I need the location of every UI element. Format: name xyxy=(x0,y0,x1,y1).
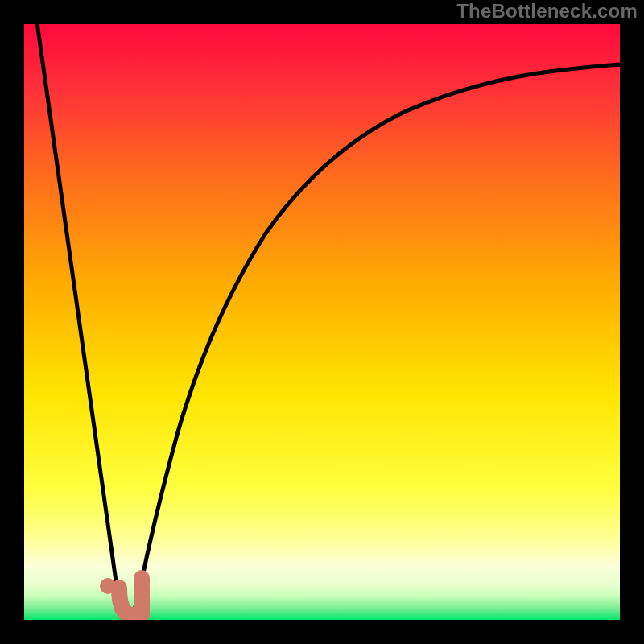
watermark-text: TheBottleneck.com xyxy=(456,0,638,23)
bottleneck-chart xyxy=(24,24,620,620)
chart-frame: TheBottleneck.com xyxy=(0,0,644,644)
gradient-background xyxy=(24,24,620,620)
